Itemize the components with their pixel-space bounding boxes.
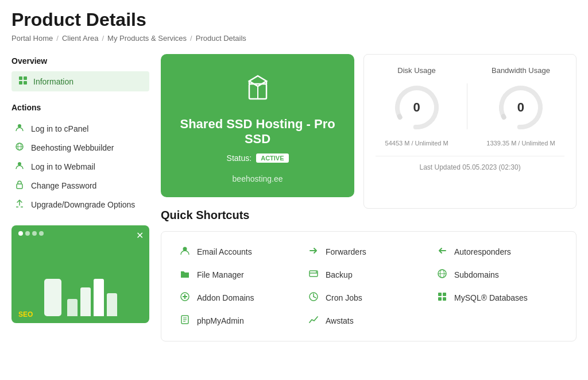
webmail-icon <box>14 161 25 172</box>
shortcut-mysql-databases[interactable]: MySQL® Databases <box>436 291 559 304</box>
svg-point-8 <box>18 162 21 166</box>
svg-rect-0 <box>19 76 22 80</box>
breadcrumb-products[interactable]: My Products & Services <box>107 34 187 43</box>
breadcrumb-portal-home[interactable]: Portal Home <box>11 34 53 43</box>
action-password-label: Change Password <box>31 181 96 190</box>
svg-rect-37 <box>443 297 446 301</box>
cron-jobs-icon <box>307 291 320 304</box>
webbuilder-icon <box>14 142 25 153</box>
shortcut-file-manager[interactable]: File Manager <box>179 268 301 281</box>
svg-rect-9 <box>17 184 22 189</box>
sidebar-item-information-label: Information <box>33 77 74 86</box>
bandwidth-gauge: 0 <box>495 82 547 133</box>
last-updated: Last Updated 05.05.2023 (02:30) <box>376 156 564 171</box>
file-manager-icon <box>179 268 191 281</box>
usage-divider <box>467 83 467 129</box>
breadcrumb-client-area[interactable]: Client Area <box>62 34 99 43</box>
disk-usage-item: Disk Usage 0 54453 M / Unlimited M <box>385 66 448 147</box>
backup-icon <box>307 268 320 281</box>
svg-rect-34 <box>438 293 442 296</box>
svg-line-33 <box>314 297 316 298</box>
main-content: Shared SSD Hosting - Pro SSD Status: ACT… <box>161 54 577 341</box>
shortcuts-grid: Email Accounts Forwarders <box>179 245 559 327</box>
addon-domains-icon <box>179 291 191 304</box>
product-domain: beehosting.ee <box>172 174 343 183</box>
banner-dots <box>11 225 149 241</box>
breadcrumb-sep2: / <box>102 34 104 43</box>
product-icon <box>172 71 343 108</box>
shortcut-cron-jobs[interactable]: Cron Jobs <box>307 291 430 304</box>
product-card-wrap: Shared SSD Hosting - Pro SSD Status: ACT… <box>161 54 354 209</box>
email-accounts-label: Email Accounts <box>197 247 252 256</box>
bandwidth-sub: 1339.35 M / Unlimited M <box>486 140 555 147</box>
breadcrumb-sep1: / <box>56 34 59 43</box>
forwarders-icon <box>307 245 320 258</box>
shortcuts-title: Quick Shortcuts <box>161 209 577 222</box>
disk-title: Disk Usage <box>385 66 448 75</box>
actions-section: Actions Log in to cPanel Beehosting Webb… <box>11 103 149 214</box>
forwarders-label: Forwarders <box>326 247 366 256</box>
status-badge: ACTIVE <box>256 153 288 163</box>
banner-illustration <box>11 241 149 316</box>
file-manager-label: File Manager <box>197 270 244 279</box>
usage-card: Disk Usage 0 54453 M / Unlimited M <box>363 54 577 209</box>
shortcut-backup[interactable]: Backup <box>307 268 430 281</box>
shortcuts-card: Email Accounts Forwarders <box>161 231 577 341</box>
phpmyadmin-label: phpMyAdmin <box>197 316 244 325</box>
mysql-label: MySQL® Databases <box>454 293 528 302</box>
action-webbuilder[interactable]: Beehosting Webbuilder <box>11 138 149 157</box>
shortcut-autoresponders[interactable]: Autoresponders <box>436 245 559 258</box>
product-name: Shared SSD Hosting - Pro SSD <box>172 117 343 147</box>
action-upgrade-label: Upgrade/Downgrade Options <box>31 200 135 209</box>
svg-point-24 <box>316 271 317 272</box>
usage-row: Disk Usage 0 54453 M / Unlimited M <box>376 66 564 147</box>
breadcrumb-sep3: / <box>190 34 192 43</box>
bandwidth-title: Bandwidth Usage <box>486 66 555 75</box>
action-password[interactable]: Change Password <box>11 176 149 195</box>
shortcut-awstats[interactable]: Awstats <box>307 314 430 327</box>
action-webbuilder-label: Beehosting Webbuilder <box>31 143 114 152</box>
breadcrumb: Portal Home / Client Area / My Products … <box>11 34 577 43</box>
svg-rect-3 <box>24 81 27 85</box>
product-status: Status: ACTIVE <box>172 153 343 163</box>
banner-dot-1 <box>18 231 23 236</box>
shortcut-email-accounts[interactable]: Email Accounts <box>179 245 301 258</box>
usage-card-wrap: Disk Usage 0 54453 M / Unlimited M <box>363 54 577 209</box>
disk-sub: 54453 M / Unlimited M <box>385 140 448 147</box>
svg-rect-1 <box>24 76 27 80</box>
shortcut-phpmyadmin[interactable]: phpMyAdmin <box>179 314 301 327</box>
action-cpanel-label: Log in to cPanel <box>31 124 88 133</box>
banner-dot-4 <box>39 231 44 236</box>
sidebar: Overview Information Actions <box>11 54 149 341</box>
shortcut-addon-domains[interactable]: Addon Domains <box>179 291 301 304</box>
information-icon <box>18 76 28 87</box>
shortcut-forwarders[interactable]: Forwarders <box>307 245 430 258</box>
autoresponders-icon <box>436 245 448 258</box>
backup-label: Backup <box>326 270 353 279</box>
shortcut-subdomains[interactable]: Subdomains <box>436 268 559 281</box>
autoresponders-label: Autoresponders <box>454 247 511 256</box>
action-webmail[interactable]: Log in to Webmail <box>11 157 149 176</box>
action-cpanel[interactable]: Log in to cPanel <box>11 119 149 138</box>
sidebar-item-information[interactable]: Information <box>11 71 149 91</box>
disk-gauge: 0 <box>391 82 443 133</box>
addon-domains-label: Addon Domains <box>197 293 254 302</box>
svg-rect-36 <box>438 297 442 301</box>
awstats-icon <box>307 314 320 327</box>
bandwidth-usage-item: Bandwidth Usage 0 1339.35 M / Unlimited … <box>486 66 555 147</box>
upgrade-icon <box>14 199 25 210</box>
svg-marker-13 <box>249 76 266 86</box>
svg-point-4 <box>18 124 21 128</box>
phpmyadmin-icon <box>179 314 191 327</box>
action-upgrade[interactable]: Upgrade/Downgrade Options <box>11 195 149 214</box>
mysql-icon <box>436 291 448 304</box>
banner-close-button[interactable]: ✕ <box>136 230 144 241</box>
actions-section-title: Actions <box>11 103 149 112</box>
disk-value: 0 <box>413 100 420 115</box>
svg-rect-2 <box>19 81 22 85</box>
svg-rect-35 <box>443 293 446 296</box>
banner-dot-2 <box>25 231 30 236</box>
banner-label: SEO <box>18 310 33 318</box>
sidebar-banner: ✕ SEO <box>11 225 149 323</box>
shortcuts-section: Quick Shortcuts Email Accounts <box>161 209 577 341</box>
